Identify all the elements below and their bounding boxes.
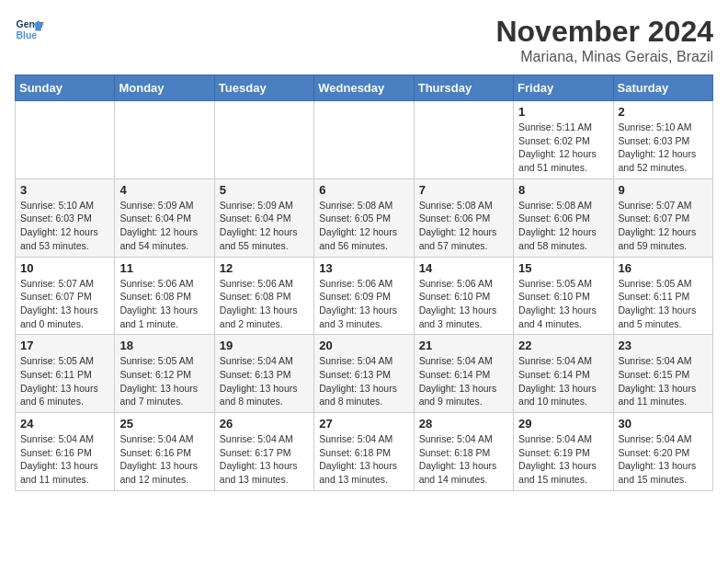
day-number: 28	[419, 417, 508, 431]
day-cell-7: 7Sunrise: 5:08 AMSunset: 6:06 PMDaylight…	[414, 178, 513, 257]
logo-icon: General Blue	[15, 15, 44, 44]
header-wednesday: Wednesday	[314, 75, 414, 101]
day-info: Sunrise: 5:04 AMSunset: 6:14 PMDaylight:…	[518, 354, 608, 408]
day-cell-1: 1Sunrise: 5:11 AMSunset: 6:02 PMDaylight…	[514, 101, 613, 179]
day-number: 21	[419, 339, 508, 352]
day-number: 14	[419, 261, 508, 275]
header-friday: Friday	[514, 75, 613, 101]
header-saturday: Saturday	[613, 75, 712, 101]
day-info: Sunrise: 5:05 AMSunset: 6:11 PMDaylight:…	[619, 277, 708, 331]
day-number: 9	[619, 183, 708, 197]
empty-cell	[214, 101, 313, 179]
day-number: 24	[20, 417, 109, 431]
week-row-5: 24Sunrise: 5:04 AMSunset: 6:16 PMDayligh…	[16, 413, 713, 491]
day-number: 13	[319, 261, 408, 275]
empty-cell	[16, 101, 115, 179]
day-info: Sunrise: 5:04 AMSunset: 6:13 PMDaylight:…	[220, 354, 309, 408]
day-info: Sunrise: 5:10 AMSunset: 6:03 PMDaylight:…	[619, 121, 708, 175]
day-info: Sunrise: 5:05 AMSunset: 6:11 PMDaylight:…	[20, 354, 109, 408]
day-cell-30: 30Sunrise: 5:04 AMSunset: 6:20 PMDayligh…	[613, 413, 712, 491]
svg-text:Blue: Blue	[17, 30, 38, 40]
day-info: Sunrise: 5:04 AMSunset: 6:18 PMDaylight:…	[319, 432, 408, 487]
day-number: 5	[220, 183, 309, 197]
day-number: 17	[20, 339, 109, 352]
header-thursday: Thursday	[414, 75, 513, 101]
day-info: Sunrise: 5:06 AMSunset: 6:09 PMDaylight:…	[319, 277, 408, 331]
day-number: 27	[319, 417, 408, 431]
day-cell-16: 16Sunrise: 5:05 AMSunset: 6:11 PMDayligh…	[613, 257, 712, 335]
day-info: Sunrise: 5:04 AMSunset: 6:17 PMDaylight:…	[220, 432, 309, 487]
day-number: 30	[619, 417, 708, 431]
header: General Blue November 2024 Mariana, Mina…	[15, 15, 713, 65]
day-cell-9: 9Sunrise: 5:07 AMSunset: 6:07 PMDaylight…	[613, 178, 712, 257]
day-info: Sunrise: 5:04 AMSunset: 6:19 PMDaylight:…	[518, 432, 608, 487]
day-cell-21: 21Sunrise: 5:04 AMSunset: 6:14 PMDayligh…	[414, 335, 513, 413]
day-number: 2	[619, 105, 708, 119]
day-cell-28: 28Sunrise: 5:04 AMSunset: 6:18 PMDayligh…	[414, 413, 513, 491]
week-row-4: 17Sunrise: 5:05 AMSunset: 6:11 PMDayligh…	[16, 335, 713, 413]
week-row-3: 10Sunrise: 5:07 AMSunset: 6:07 PMDayligh…	[16, 257, 713, 335]
day-number: 29	[518, 417, 608, 431]
day-info: Sunrise: 5:10 AMSunset: 6:03 PMDaylight:…	[20, 199, 109, 253]
day-number: 11	[119, 261, 209, 275]
day-info: Sunrise: 5:08 AMSunset: 6:05 PMDaylight:…	[319, 199, 408, 253]
day-cell-27: 27Sunrise: 5:04 AMSunset: 6:18 PMDayligh…	[314, 413, 414, 491]
day-info: Sunrise: 5:04 AMSunset: 6:14 PMDaylight:…	[419, 354, 508, 408]
day-number: 10	[20, 261, 109, 275]
logo: General Blue	[15, 15, 44, 44]
day-cell-15: 15Sunrise: 5:05 AMSunset: 6:10 PMDayligh…	[514, 257, 613, 335]
day-cell-14: 14Sunrise: 5:06 AMSunset: 6:10 PMDayligh…	[414, 257, 513, 335]
day-info: Sunrise: 5:06 AMSunset: 6:08 PMDaylight:…	[119, 277, 209, 331]
day-cell-13: 13Sunrise: 5:06 AMSunset: 6:09 PMDayligh…	[314, 257, 414, 335]
day-number: 12	[220, 261, 309, 275]
day-info: Sunrise: 5:08 AMSunset: 6:06 PMDaylight:…	[518, 199, 608, 253]
title-area: November 2024 Mariana, Minas Gerais, Bra…	[495, 15, 713, 65]
day-cell-29: 29Sunrise: 5:04 AMSunset: 6:19 PMDayligh…	[514, 413, 613, 491]
day-cell-18: 18Sunrise: 5:05 AMSunset: 6:12 PMDayligh…	[115, 335, 214, 413]
day-info: Sunrise: 5:04 AMSunset: 6:18 PMDaylight:…	[419, 432, 508, 487]
day-info: Sunrise: 5:05 AMSunset: 6:12 PMDaylight:…	[119, 354, 209, 408]
day-info: Sunrise: 5:11 AMSunset: 6:02 PMDaylight:…	[518, 121, 608, 175]
day-cell-3: 3Sunrise: 5:10 AMSunset: 6:03 PMDaylight…	[16, 178, 115, 257]
day-cell-6: 6Sunrise: 5:08 AMSunset: 6:05 PMDaylight…	[314, 178, 414, 257]
day-info: Sunrise: 5:04 AMSunset: 6:15 PMDaylight:…	[619, 354, 708, 408]
day-number: 23	[619, 339, 708, 352]
day-cell-12: 12Sunrise: 5:06 AMSunset: 6:08 PMDayligh…	[214, 257, 313, 335]
day-info: Sunrise: 5:09 AMSunset: 6:04 PMDaylight:…	[220, 199, 309, 253]
day-info: Sunrise: 5:04 AMSunset: 6:16 PMDaylight:…	[20, 432, 109, 487]
header-sunday: Sunday	[16, 75, 115, 101]
day-number: 8	[518, 183, 608, 197]
day-number: 18	[119, 339, 209, 352]
day-cell-26: 26Sunrise: 5:04 AMSunset: 6:17 PMDayligh…	[214, 413, 313, 491]
header-monday: Monday	[115, 75, 214, 101]
week-row-1: 1Sunrise: 5:11 AMSunset: 6:02 PMDaylight…	[16, 101, 713, 179]
day-number: 25	[119, 417, 209, 431]
empty-cell	[414, 101, 513, 179]
day-info: Sunrise: 5:06 AMSunset: 6:08 PMDaylight:…	[220, 277, 309, 331]
day-number: 16	[619, 261, 708, 275]
day-number: 6	[319, 183, 408, 197]
day-number: 15	[518, 261, 608, 275]
day-cell-10: 10Sunrise: 5:07 AMSunset: 6:07 PMDayligh…	[16, 257, 115, 335]
day-info: Sunrise: 5:06 AMSunset: 6:10 PMDaylight:…	[419, 277, 508, 331]
day-cell-4: 4Sunrise: 5:09 AMSunset: 6:04 PMDaylight…	[115, 178, 214, 257]
day-info: Sunrise: 5:07 AMSunset: 6:07 PMDaylight:…	[619, 199, 708, 253]
days-header-row: SundayMondayTuesdayWednesdayThursdayFrid…	[16, 75, 713, 101]
day-info: Sunrise: 5:04 AMSunset: 6:20 PMDaylight:…	[619, 432, 708, 487]
day-info: Sunrise: 5:09 AMSunset: 6:04 PMDaylight:…	[119, 199, 209, 253]
day-cell-19: 19Sunrise: 5:04 AMSunset: 6:13 PMDayligh…	[214, 335, 313, 413]
month-title: November 2024	[495, 15, 713, 49]
day-cell-25: 25Sunrise: 5:04 AMSunset: 6:16 PMDayligh…	[115, 413, 214, 491]
day-info: Sunrise: 5:04 AMSunset: 6:16 PMDaylight:…	[119, 432, 209, 487]
day-number: 20	[319, 339, 408, 352]
empty-cell	[314, 101, 414, 179]
day-info: Sunrise: 5:07 AMSunset: 6:07 PMDaylight:…	[20, 277, 109, 331]
day-number: 19	[220, 339, 309, 352]
calendar-table: SundayMondayTuesdayWednesdayThursdayFrid…	[15, 75, 713, 491]
day-number: 22	[518, 339, 608, 352]
day-cell-2: 2Sunrise: 5:10 AMSunset: 6:03 PMDaylight…	[613, 101, 712, 179]
day-cell-24: 24Sunrise: 5:04 AMSunset: 6:16 PMDayligh…	[16, 413, 115, 491]
day-cell-17: 17Sunrise: 5:05 AMSunset: 6:11 PMDayligh…	[16, 335, 115, 413]
day-number: 4	[119, 183, 209, 197]
day-number: 1	[518, 105, 608, 119]
